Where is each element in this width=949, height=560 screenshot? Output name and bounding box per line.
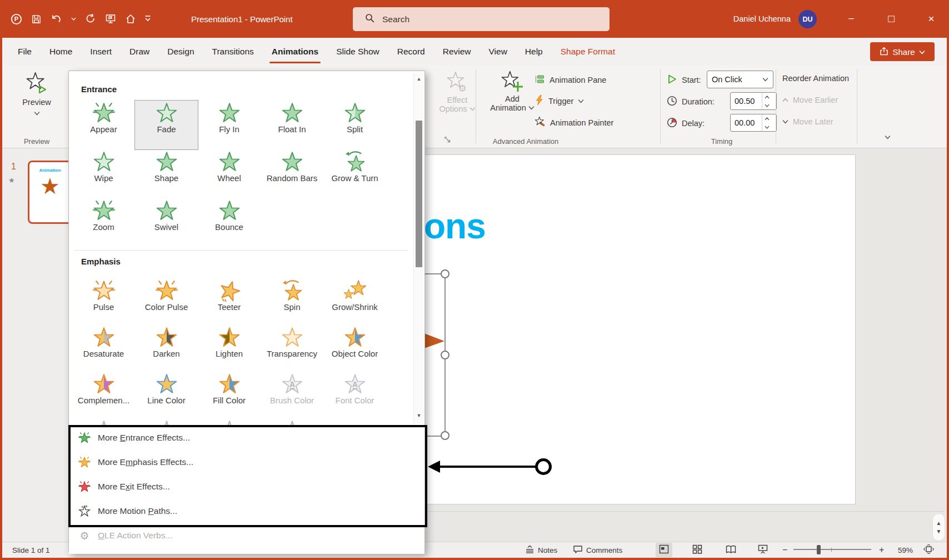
avatar[interactable]: DU — [798, 10, 817, 28]
animation-effect-pulse[interactable]: Pulse — [72, 278, 135, 325]
animation-effect-zoom[interactable]: Zoom — [72, 198, 135, 247]
animation-effect-grow-shrink[interactable]: Grow/Shrink — [323, 278, 386, 325]
chev-sm-icon[interactable] — [70, 13, 77, 25]
tab-transitions[interactable]: Transitions — [203, 38, 263, 65]
animation-effect-teeter[interactable]: Teeter — [198, 278, 261, 325]
scroll-up-icon[interactable]: ▲ — [936, 520, 942, 526]
tab-record[interactable]: Record — [388, 38, 434, 65]
tab-insert[interactable]: Insert — [81, 38, 121, 65]
normal-view-button[interactable] — [656, 543, 672, 557]
animation-effect-line-color[interactable]: Line Color — [135, 372, 198, 418]
tab-animations[interactable]: Animations — [263, 38, 327, 65]
gallery-scroll-up-icon[interactable]: ▲ — [414, 76, 424, 82]
animation-effect-fly-in[interactable]: Fly In — [198, 101, 261, 149]
search-input[interactable] — [382, 14, 560, 24]
tab-view[interactable]: View — [480, 38, 516, 65]
preview-button[interactable]: Preview — [21, 71, 52, 118]
animation-painter-button[interactable]: Animation Painter — [535, 116, 613, 129]
duration-input[interactable] — [731, 93, 762, 109]
zoom-out-button[interactable]: − — [782, 542, 787, 558]
trigger-button[interactable]: Trigger — [535, 95, 584, 107]
zoom-slider-thumb[interactable] — [817, 545, 821, 554]
selection-handle-top[interactable] — [441, 269, 449, 278]
share-button[interactable]: Share — [870, 42, 935, 61]
animation-effect-wipe[interactable]: Wipe — [72, 149, 135, 198]
vertical-scrollbar[interactable]: ▲ ▼ — [932, 513, 945, 541]
selection-handle-middle[interactable] — [441, 351, 449, 359]
delay-up-icon[interactable] — [762, 114, 772, 123]
animation-effect-fade[interactable]: Fade — [135, 101, 198, 149]
user-name[interactable]: Daniel Uchenna — [733, 0, 791, 38]
animation-effect-spin[interactable]: Spin — [261, 278, 323, 325]
gallery-scroll-down-icon[interactable]: ▼ — [414, 413, 424, 418]
slideshow-from-start-icon[interactable] — [104, 13, 117, 25]
tab-file[interactable]: File — [9, 38, 41, 65]
animation-effect-fill-color[interactable]: Fill Color — [198, 372, 261, 418]
delay-input[interactable] — [731, 114, 762, 131]
scroll-down-icon[interactable]: ▼ — [936, 528, 942, 534]
powerpoint-logo-icon[interactable]: P — [10, 13, 22, 25]
minimize-button[interactable]: − — [838, 0, 864, 38]
tab-home[interactable]: Home — [41, 38, 81, 65]
duration-up-icon[interactable] — [762, 93, 772, 101]
home-icon[interactable] — [124, 13, 137, 25]
selection-handle-bottom[interactable] — [441, 431, 449, 440]
animation-effect-split[interactable]: Split — [323, 101, 386, 149]
zoom-in-button[interactable]: + — [879, 542, 884, 558]
share-chevron-icon[interactable] — [919, 47, 925, 57]
animation-effect-grow-turn[interactable]: Grow & Turn — [323, 149, 386, 198]
animation-effect-bounce[interactable]: Bounce — [198, 198, 261, 247]
animation-effect-complemen[interactable]: Complemen... — [72, 372, 135, 418]
more-emphasis-effects-menu-item[interactable]: More Emphasis Effects... — [69, 450, 424, 474]
add-animation-button[interactable]: Add Animation — [493, 69, 531, 112]
animation-effect-swivel[interactable]: Swivel — [135, 198, 198, 247]
animation-pane-button[interactable]: Animation Pane — [535, 74, 606, 86]
comments-button[interactable]: Comments — [573, 542, 622, 558]
animation-effect-random-bars[interactable]: Random Bars — [261, 149, 323, 198]
close-button[interactable]: × — [918, 0, 944, 38]
slide-sorter-view-button[interactable] — [689, 543, 706, 557]
search-box[interactable] — [353, 7, 610, 31]
undo-icon[interactable] — [50, 13, 62, 25]
animation-effect-appear[interactable]: Appear — [72, 101, 135, 149]
animation-effect-color-pulse[interactable]: Color Pulse — [135, 278, 198, 325]
gallery-scrollbar-thumb[interactable] — [416, 121, 422, 267]
duration-down-icon[interactable] — [762, 101, 772, 109]
animation-effect-font-color[interactable]: AFont Color — [323, 372, 386, 418]
more-motion-paths-menu-item[interactable]: More Motion Paths... — [69, 499, 424, 523]
notes-button[interactable]: Notes — [525, 542, 557, 558]
slide-thumbnail[interactable]: Animation ★ — [28, 161, 72, 224]
zoom-level[interactable]: 59% — [898, 542, 913, 558]
animation-indicator-icon[interactable]: ★ — [8, 176, 15, 184]
tab-slide-show[interactable]: Slide Show — [327, 38, 388, 65]
tab-shape-format[interactable]: Shape Format — [552, 38, 624, 65]
slideshow-view-button[interactable] — [755, 543, 771, 557]
animation-effect-lighten[interactable]: Lighten — [198, 325, 261, 372]
gallery-scrollbar[interactable]: ▲ ▼ — [413, 73, 423, 424]
save-icon[interactable] — [30, 13, 42, 25]
delay-spinner[interactable] — [730, 114, 777, 132]
tab-review[interactable]: Review — [434, 38, 480, 65]
redo-icon[interactable] — [84, 13, 97, 25]
animation-effect-desaturate[interactable]: Desaturate — [72, 325, 135, 372]
collapse-ribbon-icon[interactable] — [885, 133, 891, 142]
animation-effect-brush-color[interactable]: ABrush Color — [261, 372, 323, 418]
tab-design[interactable]: Design — [158, 38, 203, 65]
delay-down-icon[interactable] — [762, 123, 772, 131]
dialog-launcher-icon[interactable] — [444, 136, 451, 145]
start-select[interactable]: On Click — [707, 71, 773, 88]
animation-effect-float-in[interactable]: Float In — [261, 101, 323, 149]
animation-effect-transparency[interactable]: Transparency — [261, 325, 323, 372]
zoom-slider-track[interactable] — [793, 549, 871, 550]
duration-spinner[interactable] — [730, 92, 777, 110]
reading-view-button[interactable] — [722, 543, 739, 557]
animation-effect-shape[interactable]: Shape — [135, 149, 198, 198]
more-exit-effects-menu-item[interactable]: More Exit Effects... — [69, 474, 424, 499]
fit-slide-to-window-icon[interactable] — [923, 542, 934, 558]
animation-effect-object-color[interactable]: Object Color — [323, 325, 386, 372]
animation-effect-darken[interactable]: Darken — [135, 325, 198, 372]
tab-help[interactable]: Help — [516, 38, 552, 65]
more-entrance-effects-menu-item[interactable]: More Entrance Effects... — [69, 426, 424, 450]
toolbar-chevron-icon[interactable] — [144, 13, 151, 25]
animation-effect-wheel[interactable]: Wheel — [198, 149, 261, 198]
